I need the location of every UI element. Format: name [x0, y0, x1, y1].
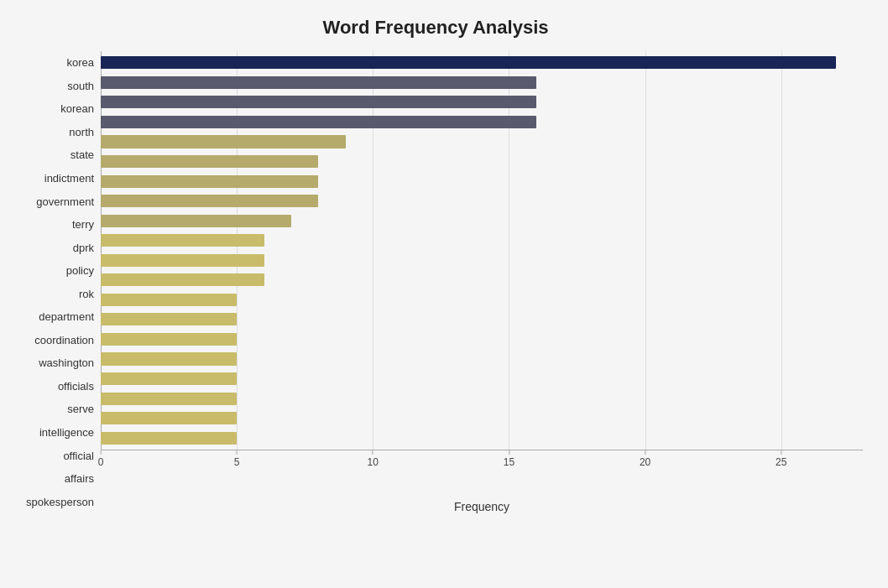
- x-tick-label: 25: [776, 456, 786, 468]
- y-label: korean: [8, 103, 94, 114]
- bar-row: [101, 310, 863, 330]
- bar: [101, 175, 318, 188]
- bar: [101, 313, 237, 325]
- bar: [101, 393, 237, 405]
- bar: [101, 333, 237, 346]
- bar: [101, 96, 536, 108]
- chart-title: Word Frequency Analysis: [8, 17, 863, 39]
- bar-row: [101, 369, 863, 389]
- bar-row: [101, 171, 863, 191]
- bar-row: [101, 191, 863, 211]
- y-label: government: [8, 196, 94, 207]
- x-tick-label: 15: [504, 456, 515, 468]
- bar: [101, 135, 346, 148]
- bar: [101, 294, 237, 306]
- bars-inner: [101, 51, 863, 450]
- bar: [101, 254, 264, 267]
- bars-area: [101, 51, 863, 450]
- x-tick-label: 5: [234, 456, 240, 468]
- y-label: dprk: [8, 242, 94, 253]
- bar-row: [101, 388, 863, 408]
- y-label: spokesperson: [8, 497, 94, 507]
- x-tick-label: 20: [640, 456, 650, 468]
- x-tick: 0: [98, 450, 104, 468]
- bar-row: [101, 231, 863, 251]
- y-label: washington: [8, 357, 94, 368]
- x-axis-label: Frequency: [101, 500, 863, 513]
- x-tick-mark: [645, 450, 645, 455]
- y-label: north: [8, 127, 94, 138]
- chart-container: Word Frequency Analysis koreasouthkorean…: [0, 0, 888, 588]
- x-tick-mark: [237, 450, 238, 455]
- bar-row: [101, 92, 863, 112]
- bar: [101, 432, 237, 445]
- bar: [101, 155, 318, 168]
- y-label: official: [8, 450, 94, 461]
- bar-row: [101, 211, 863, 231]
- bar-row: [101, 330, 863, 350]
- x-tick-mark: [373, 450, 373, 455]
- bar-row: [101, 250, 863, 270]
- bar: [101, 372, 237, 385]
- bar: [101, 234, 264, 247]
- y-label: serve: [8, 403, 94, 414]
- y-label: indictment: [8, 173, 94, 184]
- bar-row: [101, 290, 863, 310]
- y-axis-labels: koreasouthkoreannorthstateindictmentgove…: [8, 51, 101, 513]
- bar-row: [101, 112, 863, 133]
- bars-and-x-area: 0510152025 Frequency: [101, 51, 863, 513]
- bar-row: [101, 349, 863, 369]
- x-tick: 15: [504, 450, 515, 468]
- x-tick: 5: [234, 450, 240, 468]
- y-label: state: [8, 149, 94, 160]
- y-label: rok: [8, 289, 94, 299]
- bar: [101, 412, 237, 424]
- y-label: department: [8, 311, 94, 322]
- bar: [101, 273, 264, 286]
- x-tick-label: 0: [98, 456, 104, 468]
- y-label: terry: [8, 219, 94, 230]
- y-label: intelligence: [8, 427, 94, 438]
- bar-row: [101, 428, 863, 448]
- bar-row: [101, 408, 863, 429]
- bar: [101, 76, 536, 89]
- bar: [101, 195, 318, 207]
- bar: [101, 56, 836, 69]
- y-label: korea: [8, 57, 94, 68]
- bar-row: [101, 270, 863, 290]
- y-label: coordination: [8, 335, 94, 346]
- bar: [101, 352, 237, 365]
- x-tick: 20: [640, 450, 650, 468]
- y-label: officials: [8, 381, 94, 392]
- bar-row: [101, 132, 863, 152]
- x-tick: 10: [368, 450, 379, 468]
- bar-row: [101, 152, 863, 172]
- bar-row: [101, 73, 863, 93]
- bar: [101, 215, 291, 227]
- bar-row: [101, 53, 863, 73]
- bar: [101, 116, 536, 128]
- x-tick-mark: [509, 450, 509, 455]
- x-tick-label: 10: [368, 456, 379, 468]
- x-axis: 0510152025: [101, 450, 863, 483]
- y-label: policy: [8, 265, 94, 276]
- y-label: south: [8, 81, 94, 91]
- chart-area: koreasouthkoreannorthstateindictmentgove…: [8, 51, 863, 513]
- x-tick-mark: [781, 450, 781, 455]
- x-tick: 25: [776, 450, 786, 468]
- y-label: affairs: [8, 473, 94, 484]
- x-tick-mark: [101, 450, 102, 455]
